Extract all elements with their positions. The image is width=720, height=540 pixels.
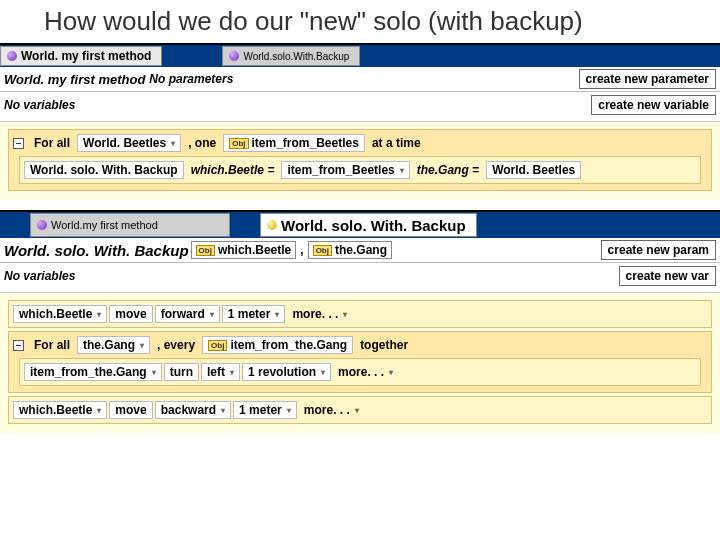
verb[interactable]: turn [164, 363, 199, 381]
chevron-down-icon: ▾ [210, 310, 214, 319]
chevron-down-icon: ▾ [275, 310, 279, 319]
code-area: which.Beetle▾ move forward▾ 1 meter▾ mor… [0, 292, 720, 433]
obj-badge-icon: Obj [208, 340, 227, 351]
chevron-down-icon: ▾ [230, 368, 234, 377]
direction[interactable]: backward▾ [155, 401, 231, 419]
method-icon [37, 220, 47, 230]
more-menu[interactable]: more. . .▾ [299, 402, 364, 418]
forall-block[interactable]: For all World. Beetles▾ , one Objitem_fr… [8, 129, 712, 191]
tab-bar: World.my first method World. solo. With.… [0, 212, 720, 238]
tab-label: World.solo.With.Backup [243, 51, 349, 62]
collapse-icon[interactable] [13, 138, 24, 149]
call-param1-name: which.Beetle = [186, 162, 280, 178]
code-area: For all World. Beetles▾ , one Objitem_fr… [0, 121, 720, 200]
method-icon [7, 51, 17, 61]
method-icon [267, 220, 277, 230]
chevron-down-icon: ▾ [97, 406, 101, 415]
verb[interactable]: move [109, 401, 152, 419]
statement-move-backward[interactable]: which.Beetle▾ move backward▾ 1 meter▾ mo… [8, 396, 712, 424]
method-signature-row: World. my first method No parameters cre… [0, 67, 720, 92]
create-new-variable-button[interactable]: create new variable [591, 95, 716, 115]
chevron-down-icon: ▾ [343, 310, 347, 319]
forall-sep: , every [152, 337, 200, 353]
chevron-down-icon: ▾ [287, 406, 291, 415]
more-menu[interactable]: more. . .▾ [287, 306, 352, 322]
forall-keyword: For all [29, 337, 75, 353]
panel-my-first-method: World. my first method World.solo.With.B… [0, 43, 720, 200]
chevron-down-icon: ▾ [321, 368, 325, 377]
forall-loopvar[interactable]: Objitem_from_the.Gang [202, 336, 353, 354]
method-name: World. my first method [4, 72, 145, 87]
create-new-parameter-button[interactable]: create new param [601, 240, 716, 260]
chevron-down-icon: ▾ [171, 139, 175, 148]
statement-move-forward[interactable]: which.Beetle▾ move forward▾ 1 meter▾ mor… [8, 300, 712, 328]
verb[interactable]: move [109, 305, 152, 323]
forall-tail: together [355, 337, 413, 353]
call-method-name[interactable]: World. solo. With. Backup [24, 161, 184, 179]
call-param1-value[interactable]: item_from_Beetles▾ [281, 161, 409, 179]
tab-solo-with-backup[interactable]: World.solo.With.Backup [222, 46, 360, 66]
tab-label: World.my first method [51, 219, 158, 231]
subject[interactable]: which.Beetle▾ [13, 401, 107, 419]
chevron-down-icon: ▾ [152, 368, 156, 377]
method-signature-row: World. solo. With. Backup Objwhich.Beetl… [0, 238, 720, 263]
chevron-down-icon: ▾ [140, 341, 144, 350]
more-menu[interactable]: more. . .▾ [333, 364, 398, 380]
subject[interactable]: item_from_the.Gang▾ [24, 363, 162, 381]
obj-badge-icon: Obj [313, 245, 332, 256]
tab-my-first-method[interactable]: World. my first method [0, 46, 162, 66]
create-new-parameter-button[interactable]: create new parameter [579, 69, 716, 89]
amount[interactable]: 1 meter▾ [233, 401, 297, 419]
forall-collection[interactable]: the.Gang▾ [77, 336, 150, 354]
tab-my-first-method[interactable]: World.my first method [30, 213, 230, 237]
tab-solo-with-backup[interactable]: World. solo. With. Backup [260, 213, 477, 237]
forall-keyword: For all [29, 135, 75, 151]
panel-solo-with-backup: World.my first method World. solo. With.… [0, 210, 720, 433]
subject[interactable]: which.Beetle▾ [13, 305, 107, 323]
collapse-icon[interactable] [13, 340, 24, 351]
variables-row: No variables create new var [0, 263, 720, 292]
call-param2-value[interactable]: World. Beetles [486, 161, 581, 179]
no-variables-label: No variables [4, 98, 75, 112]
tab-bar: World. my first method World.solo.With.B… [0, 45, 720, 67]
forall-header: For all the.Gang▾ , every Objitem_from_t… [13, 335, 707, 355]
forall-sep: , one [183, 135, 221, 151]
comma: , [300, 243, 303, 257]
chevron-down-icon: ▾ [97, 310, 101, 319]
tab-label: World. my first method [21, 49, 151, 63]
obj-badge-icon: Obj [229, 138, 248, 149]
obj-badge-icon: Obj [196, 245, 215, 256]
chevron-down-icon: ▾ [221, 406, 225, 415]
method-icon [229, 51, 239, 61]
amount[interactable]: 1 revolution▾ [242, 363, 331, 381]
forall-collection[interactable]: World. Beetles▾ [77, 134, 181, 152]
no-variables-label: No variables [4, 269, 75, 283]
slide-title: How would we do our "new" solo (with bac… [0, 0, 720, 43]
no-parameters-label: No parameters [149, 72, 233, 86]
direction[interactable]: forward▾ [155, 305, 220, 323]
amount[interactable]: 1 meter▾ [222, 305, 286, 323]
method-name: World. solo. With. Backup [4, 242, 189, 259]
statement-turn-left[interactable]: item_from_the.Gang▾ turn left▾ 1 revolut… [19, 358, 701, 386]
create-new-variable-button[interactable]: create new var [619, 266, 716, 286]
forall-block[interactable]: For all the.Gang▾ , every Objitem_from_t… [8, 331, 712, 393]
forall-loopvar[interactable]: Objitem_from_Beetles [223, 134, 365, 152]
direction[interactable]: left▾ [201, 363, 240, 381]
forall-header: For all World. Beetles▾ , one Objitem_fr… [13, 133, 707, 153]
tab-label: World. solo. With. Backup [281, 217, 466, 234]
chevron-down-icon: ▾ [389, 368, 393, 377]
chevron-down-icon: ▾ [400, 166, 404, 175]
param-whichbeetle[interactable]: Objwhich.Beetle [191, 241, 297, 259]
method-call-row[interactable]: World. solo. With. Backup which.Beetle =… [19, 156, 701, 184]
chevron-down-icon: ▾ [355, 406, 359, 415]
param-thegang[interactable]: Objthe.Gang [308, 241, 392, 259]
call-param2-name: the.Gang = [412, 162, 484, 178]
variables-row: No variables create new variable [0, 92, 720, 121]
forall-tail: at a time [367, 135, 426, 151]
